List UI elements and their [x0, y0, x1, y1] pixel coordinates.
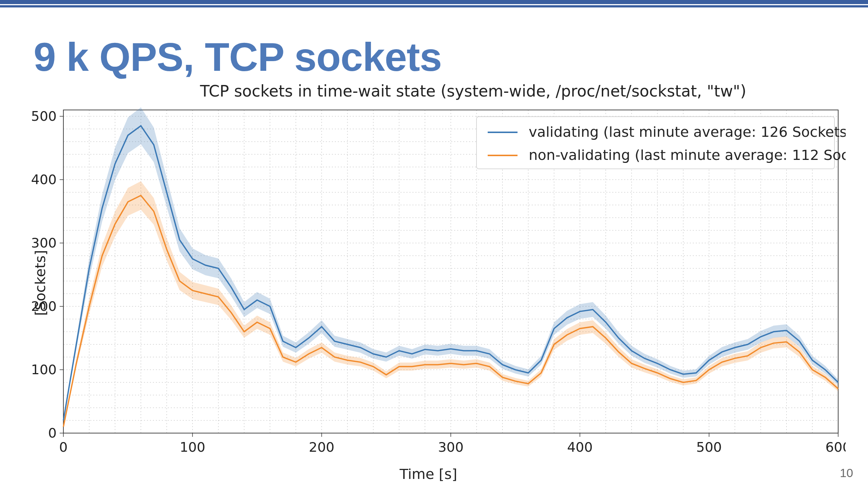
x-tick-label: 600	[825, 439, 846, 455]
y-tick-label: 0	[48, 425, 57, 441]
legend-label: non-validating (last minute average: 112…	[529, 147, 846, 163]
y-tick-label: 100	[31, 362, 57, 377]
slide-top-bar	[0, 0, 868, 5]
x-tick-label: 100	[180, 439, 205, 455]
y-tick-label: 300	[31, 235, 57, 250]
chart-svg: 01002003004005006000100200300400500valid…	[11, 106, 846, 459]
y-tick-label: 200	[31, 299, 57, 314]
slide-title: 9 k QPS, TCP sockets	[34, 34, 442, 80]
chart-legend: validating (last minute average: 126 Soc…	[477, 117, 846, 169]
x-tick-label: 300	[438, 439, 464, 455]
y-tick-label: 400	[31, 172, 57, 187]
legend-label: validating (last minute average: 126 Soc…	[529, 124, 846, 140]
x-tick-label: 400	[567, 439, 593, 455]
x-tick-label: 200	[309, 439, 334, 455]
page-number: 10	[840, 466, 853, 480]
x-tick-label: 500	[696, 439, 722, 455]
chart-area: [Sockets] 010020030040050060001002003004…	[11, 106, 846, 459]
y-tick-label: 500	[31, 108, 57, 124]
x-axis-label: Time [s]	[11, 466, 846, 482]
x-tick-label: 0	[59, 439, 68, 455]
chart-title: TCP sockets in time-wait state (system-w…	[123, 82, 823, 100]
